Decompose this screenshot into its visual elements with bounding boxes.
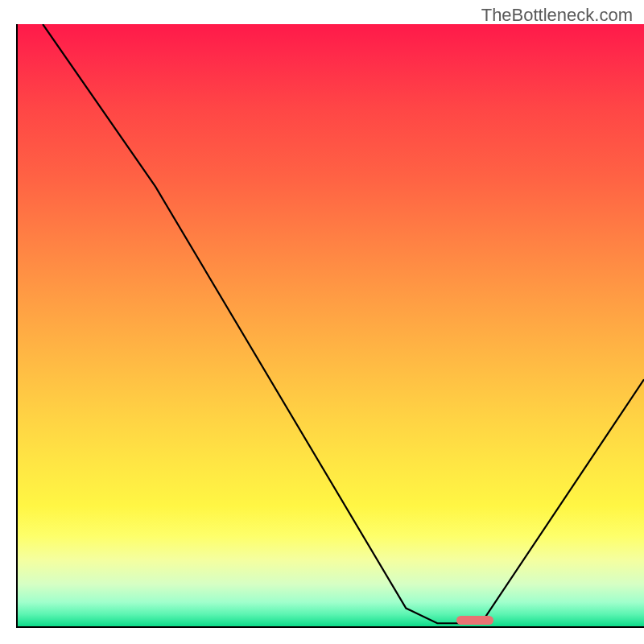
- watermark-text: TheBottleneck.com: [481, 5, 633, 26]
- bottleneck-curve: [18, 24, 644, 626]
- optimal-range-marker: [456, 616, 494, 625]
- plot-area: [16, 24, 644, 628]
